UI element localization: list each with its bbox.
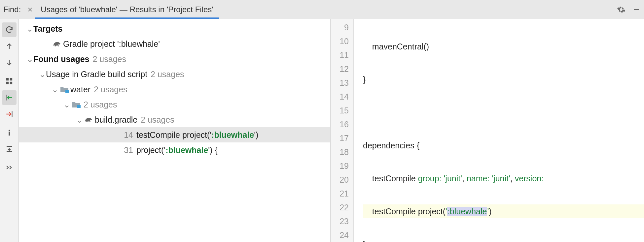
gutter-line: 15	[331, 104, 353, 117]
usage-line-number: 31	[120, 145, 133, 155]
gutter-line: 23	[331, 214, 353, 228]
elephant-icon	[51, 40, 63, 48]
gradle-project-label: Gradle project ':bluewhale'	[63, 39, 160, 49]
close-tab-icon[interactable]	[25, 5, 35, 14]
import-right-icon[interactable]	[2, 107, 17, 121]
usage-line-number: 14	[120, 130, 133, 140]
gutter-line: 12	[331, 62, 353, 76]
gutter-line: 20	[331, 173, 353, 187]
file-label: build.gradle	[95, 115, 137, 125]
code-line: }	[363, 237, 644, 242]
gutter-line: 19	[331, 159, 353, 173]
group-icon[interactable]	[2, 74, 17, 88]
code-line-highlighted: testCompile project(':bluewhale')	[363, 204, 644, 218]
chevron-down-icon: ⌄	[51, 85, 58, 94]
gutter-line: 14	[331, 90, 353, 104]
usage-group-node[interactable]: ⌄ Usage in Gradle build script 2 usages	[19, 67, 330, 82]
chevron-down-icon: ⌄	[26, 24, 33, 34]
gutter-line: 16	[331, 117, 353, 131]
svg-rect-6	[65, 90, 69, 93]
module-node[interactable]: ⌄ water 2 usages	[19, 82, 330, 97]
module-label: water	[70, 85, 90, 94]
import-left-icon[interactable]	[2, 90, 17, 105]
gutter-line: 18	[331, 145, 353, 159]
expand-icon[interactable]	[2, 142, 17, 156]
usage-match: :bluewhale	[165, 145, 208, 155]
found-usages-label: Found usages	[33, 54, 89, 64]
gutter-line: 22	[331, 200, 353, 214]
usage-line-2[interactable]: 31 project(':bluewhale') {	[19, 142, 330, 158]
dir-node[interactable]: ⌄ 2 usages	[19, 97, 330, 112]
usage-post: ')	[254, 130, 258, 140]
usage-line-1[interactable]: 14 testCompile project(':bluewhale')	[19, 127, 330, 142]
usage-group-label: Usage in Gradle build script	[46, 70, 147, 79]
tab-underline	[35, 17, 219, 19]
usage-pre: project('	[136, 145, 165, 155]
svg-rect-5	[9, 132, 10, 136]
chevron-down-icon: ⌄	[63, 100, 70, 109]
gutter-line: 9	[331, 20, 353, 34]
gutter-line: 21	[331, 187, 353, 200]
prev-icon[interactable]	[2, 39, 17, 53]
code-preview: 9 10 11 12 13 14 15 16 17 18 19 20 21 22…	[331, 19, 644, 242]
code-line: dependencies {	[363, 138, 644, 152]
search-match: :bluewhale	[447, 207, 487, 216]
code-line	[363, 106, 644, 119]
code-body[interactable]: mavenCentral() } dependencies { testComp…	[354, 19, 644, 242]
targets-label: Targets	[33, 24, 62, 34]
gear-icon[interactable]	[614, 2, 629, 17]
chevron-down-icon: ⌄	[39, 70, 46, 79]
chevron-down-icon: ⌄	[76, 115, 83, 125]
usage-match: :bluewhale	[211, 130, 254, 140]
minimize-icon[interactable]	[629, 2, 644, 17]
folder-icon	[58, 86, 70, 93]
find-toolbar	[0, 19, 19, 242]
file-node[interactable]: ⌄ build.gradle 2 usages	[19, 112, 330, 127]
usage-pre: testCompile project('	[136, 130, 211, 140]
elephant-icon	[83, 116, 95, 124]
usages-tree[interactable]: ⌄ Targets Gradle project ':bluewhale' ⌄ …	[19, 19, 331, 242]
gutter-line: 13	[331, 76, 353, 90]
svg-rect-3	[10, 82, 12, 84]
found-usages-count: 2 usages	[92, 54, 126, 64]
folder-icon	[70, 101, 82, 108]
info-icon[interactable]	[2, 125, 17, 140]
next-icon[interactable]	[2, 55, 17, 70]
dir-count: 2 usages	[84, 100, 117, 109]
gradle-project-node[interactable]: Gradle project ':bluewhale'	[19, 36, 330, 51]
usage-post: ') {	[208, 145, 217, 155]
tab-title: Usages of 'bluewhale' — Results in 'Proj…	[41, 5, 213, 14]
code-line: mavenCentral()	[363, 40, 644, 53]
rerun-icon[interactable]	[2, 22, 17, 37]
more-icon[interactable]	[2, 160, 17, 175]
gutter-line: 24	[331, 228, 353, 242]
code-line: testCompile group: 'junit', name: 'junit…	[363, 171, 644, 185]
find-label: Find:	[0, 5, 25, 14]
svg-rect-7	[77, 105, 81, 108]
gutter: 9 10 11 12 13 14 15 16 17 18 19 20 21 22…	[331, 19, 354, 242]
targets-node[interactable]: ⌄ Targets	[19, 21, 330, 36]
gutter-line: 11	[331, 48, 353, 62]
gutter-line: 17	[331, 131, 353, 145]
usage-group-count: 2 usages	[151, 70, 184, 79]
code-line: }	[363, 73, 644, 86]
find-results-tab[interactable]: Usages of 'bluewhale' — Results in 'Proj…	[35, 0, 219, 19]
find-header: Find: Usages of 'bluewhale' — Results in…	[0, 0, 644, 19]
svg-rect-1	[10, 78, 12, 80]
svg-point-4	[9, 130, 10, 131]
gutter-line: 10	[331, 34, 353, 48]
chevron-down-icon: ⌄	[26, 54, 33, 64]
found-usages-node[interactable]: ⌄ Found usages 2 usages	[19, 51, 330, 67]
svg-rect-2	[6, 82, 9, 84]
svg-rect-0	[6, 78, 9, 80]
file-count: 2 usages	[141, 115, 174, 125]
module-count: 2 usages	[94, 85, 127, 94]
